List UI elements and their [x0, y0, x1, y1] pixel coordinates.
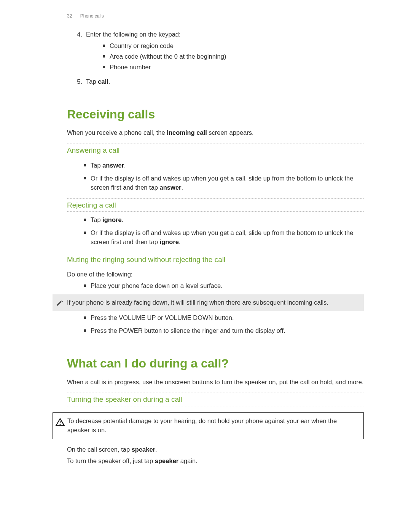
bullet-icon [103, 55, 105, 58]
list-item: Place your phone face down on a level su… [84, 281, 364, 291]
svg-point-1 [60, 424, 61, 425]
bullet-icon [84, 316, 86, 319]
step-marker: 4. [67, 30, 86, 75]
step-text: Enter the following on the keypad: [86, 31, 181, 38]
bullet-icon [84, 219, 86, 221]
list-item: Or if the display is off and wakes up wh… [84, 174, 364, 192]
subheading-answering: Answering a call [67, 144, 364, 157]
step-4: 4. Enter the following on the keypad: Co… [67, 30, 364, 75]
page: 32 Phone calls 4. Enter the following on… [0, 0, 411, 532]
note-box: If your phone is already facing down, it… [53, 294, 364, 311]
list-item: Country or region code [103, 42, 364, 51]
numbered-steps: 4. Enter the following on the keypad: Co… [67, 30, 364, 86]
warning-text: To decrease potential damage to your hea… [67, 417, 358, 435]
list-item: Press the VOLUME UP or VOLUME DOWN butto… [84, 313, 364, 323]
pencil-icon [53, 298, 67, 307]
step-5: 5. Tap call. [67, 77, 364, 86]
list-item: Area code (without the 0 at the beginnin… [103, 52, 364, 61]
warning-icon [53, 417, 67, 427]
list-item: Tap ignore. [84, 216, 364, 225]
section-label: Phone calls [80, 13, 104, 19]
bullet-icon [84, 329, 86, 332]
page-number: 32 [67, 13, 72, 19]
muting-list-1: Place your phone face down on a level su… [67, 281, 364, 291]
bullet-icon [84, 177, 86, 179]
muting-list-2: Press the VOLUME UP or VOLUME DOWN butto… [67, 313, 364, 335]
heading-during-call: What can I do during a call? [67, 355, 364, 372]
list-item: Press the POWER button to silence the ri… [84, 326, 364, 335]
bullet-icon [103, 45, 105, 47]
bullet-icon [84, 164, 86, 166]
list-item: Phone number [103, 63, 364, 72]
running-header: 32 Phone calls [67, 13, 364, 19]
during-intro: When a call is in progress, use the onsc… [67, 378, 364, 387]
list-item: Tap answer. [84, 161, 364, 170]
receiving-intro: When you receive a phone call, the Incom… [67, 128, 364, 137]
list-item: Or if the display is off and wakes up wh… [84, 228, 364, 247]
subheading-muting: Muting the ringing sound without rejecti… [67, 253, 364, 267]
step-marker: 5. [67, 77, 86, 86]
subheading-speaker: Turning the speaker on during a call [67, 393, 364, 406]
answering-list: Tap answer. Or if the display is off and… [67, 161, 364, 192]
muting-lead: Do one of the following: [67, 270, 364, 279]
subheading-rejecting: Rejecting a call [67, 198, 364, 212]
rejecting-list: Tap ignore. Or if the display is off and… [67, 216, 364, 247]
note-text: If your phone is already facing down, it… [67, 298, 358, 307]
speaker-on-text: On the call screen, tap speaker. [67, 445, 364, 454]
heading-receiving-calls: Receiving calls [67, 105, 364, 123]
bullet-icon [103, 66, 105, 68]
bullet-icon [84, 284, 86, 287]
bullet-icon [84, 232, 86, 234]
speaker-off-text: To turn the speaker off, just tap speake… [67, 457, 364, 466]
step-4-sublist: Country or region code Area code (withou… [86, 42, 364, 72]
warning-box: To decrease potential damage to your hea… [53, 412, 364, 439]
